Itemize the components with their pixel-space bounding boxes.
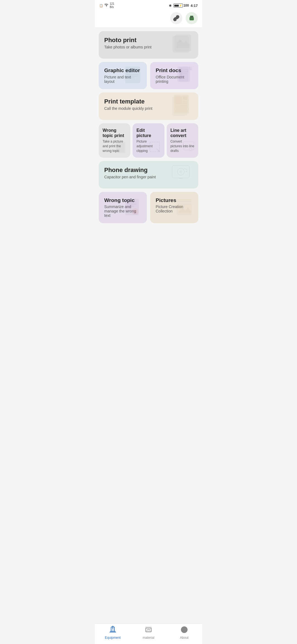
svg-rect-34 bbox=[183, 142, 194, 150]
wrong-topic-print-icon bbox=[114, 141, 128, 155]
svg-rect-30 bbox=[117, 143, 125, 152]
link-button[interactable] bbox=[170, 12, 182, 24]
top-action-bar bbox=[95, 10, 202, 28]
svg-rect-14 bbox=[127, 77, 135, 78]
line-art-convert-title: Line art convert bbox=[170, 128, 194, 138]
main-content: Photo print Take photos or albums print … bbox=[95, 28, 202, 245]
graphic-editor-icon bbox=[124, 65, 143, 86]
svg-rect-25 bbox=[183, 96, 188, 100]
printer-button[interactable] bbox=[186, 12, 198, 24]
phone-drawing-icon bbox=[170, 162, 194, 188]
svg-rect-28 bbox=[175, 109, 188, 113]
pictures-icon bbox=[175, 197, 194, 218]
svg-rect-12 bbox=[127, 74, 138, 75]
row-three-small: Wrong topic print Take a picture and pri… bbox=[99, 123, 198, 158]
status-left: 📋 121B/s bbox=[99, 2, 114, 9]
graphic-editor-card[interactable]: Graphic editor Picture and text layout bbox=[99, 62, 147, 89]
wifi-icon bbox=[104, 4, 109, 7]
svg-rect-24 bbox=[175, 96, 182, 104]
speed-indicator: 121B/s bbox=[110, 2, 114, 9]
row-graphic-printdocs: Graphic editor Picture and text layout P… bbox=[99, 62, 198, 89]
svg-point-39 bbox=[186, 171, 187, 172]
print-template-icon bbox=[170, 93, 194, 119]
svg-rect-20 bbox=[183, 73, 187, 73]
bluetooth-icon: ∗ bbox=[169, 3, 172, 8]
photo-print-icon bbox=[170, 32, 194, 58]
svg-rect-27 bbox=[175, 105, 188, 108]
row-wrong-pictures: Wrong topic Summarize and manage the wro… bbox=[99, 192, 198, 223]
print-docs-card[interactable]: Print docs Office Document printing bbox=[150, 62, 198, 89]
print-docs-icon bbox=[175, 65, 194, 86]
line-art-convert-icon bbox=[182, 141, 196, 155]
svg-rect-46 bbox=[177, 200, 192, 200]
edit-picture-card[interactable]: Edit picture Picture adjustment clipping bbox=[133, 123, 164, 158]
time-display: 4:17 bbox=[191, 4, 198, 8]
svg-rect-1 bbox=[191, 19, 193, 20]
wrong-topic-icon bbox=[124, 197, 143, 218]
svg-rect-47 bbox=[177, 201, 192, 202]
svg-rect-9 bbox=[127, 69, 132, 73]
print-template-card[interactable]: Print template Call the module quickly p… bbox=[99, 92, 198, 120]
wrong-topic-print-card[interactable]: Wrong topic print Take a picture and pri… bbox=[99, 123, 130, 158]
edit-picture-title: Edit picture bbox=[136, 128, 160, 138]
pictures-card[interactable]: Pictures Picture Creation Collection bbox=[150, 192, 198, 223]
status-bar: 📋 121B/s ∗ ⚡ 100 4:17 bbox=[95, 0, 202, 10]
svg-rect-40 bbox=[179, 178, 183, 179]
svg-rect-18 bbox=[183, 69, 188, 70]
wrong-topic-card[interactable]: Wrong topic Summarize and manage the wro… bbox=[99, 192, 147, 223]
svg-point-38 bbox=[179, 170, 182, 173]
svg-rect-10 bbox=[133, 69, 138, 70]
svg-rect-17 bbox=[180, 68, 182, 79]
svg-rect-42 bbox=[127, 201, 137, 203]
svg-rect-11 bbox=[133, 71, 138, 72]
svg-rect-33 bbox=[158, 150, 160, 152]
svg-rect-44 bbox=[127, 206, 134, 207]
edit-picture-icon bbox=[148, 141, 162, 155]
status-right: ∗ ⚡ 100 4:17 bbox=[169, 3, 198, 8]
line-art-convert-card[interactable]: Line art convert Convert pictures into l… bbox=[167, 123, 198, 158]
battery-display: ⚡ 100 bbox=[174, 4, 189, 7]
svg-rect-48 bbox=[177, 203, 192, 215]
svg-rect-21 bbox=[189, 67, 192, 70]
photo-print-card[interactable]: Photo print Take photos or albums print bbox=[99, 31, 198, 59]
svg-rect-13 bbox=[127, 76, 138, 77]
svg-rect-43 bbox=[127, 203, 137, 205]
svg-point-2 bbox=[193, 18, 193, 18]
svg-point-7 bbox=[179, 40, 182, 43]
svg-point-49 bbox=[180, 205, 183, 208]
svg-point-35 bbox=[189, 148, 192, 151]
wrong-topic-print-title: Wrong topic print bbox=[103, 128, 127, 138]
svg-rect-19 bbox=[183, 71, 188, 72]
file-icon: 📋 bbox=[99, 4, 103, 7]
svg-rect-26 bbox=[183, 101, 188, 104]
phone-drawing-card[interactable]: Phone drawing Capacitor pen and finger p… bbox=[99, 161, 198, 189]
